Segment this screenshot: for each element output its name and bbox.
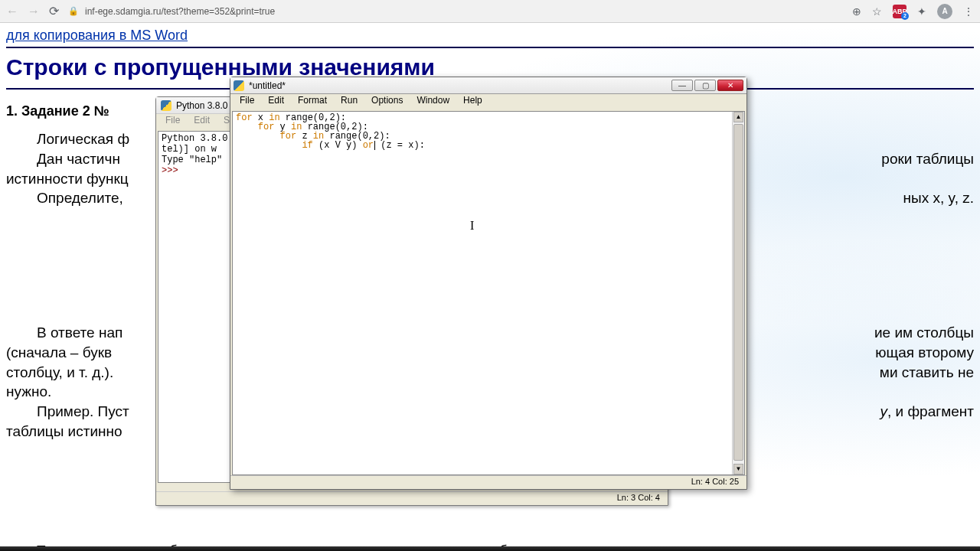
menu-format[interactable]: Format	[292, 94, 333, 109]
address-bar[interactable]: 🔒 inf-ege.sdamgia.ru/test?theme=352&prin…	[68, 6, 843, 17]
menu-edit[interactable]: Edit	[262, 94, 290, 109]
star-icon[interactable]: ☆	[872, 5, 882, 18]
menu-edit[interactable]: Edit	[189, 114, 214, 129]
editor-statusbar: Ln: 4 Col: 25	[230, 475, 746, 489]
editor-menubar: File Edit Format Run Options Window Help	[230, 94, 746, 109]
back-button[interactable]: ←	[6, 5, 18, 18]
close-button[interactable]: ✕	[717, 80, 743, 91]
editor-titlebar[interactable]: *untitled* — ▢ ✕	[230, 77, 746, 94]
forward-button[interactable]: →	[28, 5, 40, 18]
menu-help[interactable]: Help	[457, 94, 488, 109]
editor-title-text: *untitled*	[249, 80, 667, 91]
scroll-thumb[interactable]	[733, 124, 743, 461]
idle-editor-window[interactable]: *untitled* — ▢ ✕ File Edit Format Run Op…	[230, 77, 747, 490]
adblock-extension-icon[interactable]: ABP2	[893, 5, 906, 18]
scroll-down-icon[interactable]: ▼	[733, 464, 743, 474]
divider	[6, 47, 974, 48]
scroll-up-icon[interactable]: ▲	[733, 112, 743, 122]
text-cursor-icon: I	[470, 219, 474, 233]
python-icon	[161, 100, 172, 111]
menu-window[interactable]: Window	[410, 94, 456, 109]
zoom-icon[interactable]: ⊕	[852, 5, 861, 18]
shell-title-text: Python 3.8.0	[176, 100, 227, 111]
menu-icon[interactable]: ⋮	[963, 5, 974, 18]
taskbar[interactable]	[0, 546, 980, 551]
browser-toolbar: ← → ⟳ 🔒 inf-ege.sdamgia.ru/test?theme=35…	[0, 0, 980, 23]
lock-icon: 🔒	[68, 6, 79, 16]
menu-options[interactable]: Options	[365, 94, 409, 109]
reload-button[interactable]: ⟳	[49, 4, 59, 18]
breadcrumb-link[interactable]: для копирования в MS Word	[6, 28, 974, 44]
scrollbar[interactable]: ▲ ▼	[732, 112, 744, 474]
extensions-icon[interactable]: ✦	[917, 5, 926, 18]
code-editor[interactable]: for x in range(0,2): for y in range(0,2)…	[232, 111, 745, 475]
profile-avatar[interactable]: A	[937, 4, 952, 19]
python-icon	[234, 80, 244, 91]
menu-file[interactable]: File	[161, 114, 185, 129]
shell-statusbar: Ln: 3 Col: 4	[156, 491, 668, 505]
maximize-button[interactable]: ▢	[694, 80, 716, 91]
menu-run[interactable]: Run	[335, 94, 364, 109]
minimize-button[interactable]: —	[671, 80, 693, 91]
menu-file[interactable]: File	[234, 94, 260, 109]
url-text: inf-ege.sdamgia.ru/test?theme=352&print=…	[85, 6, 275, 17]
